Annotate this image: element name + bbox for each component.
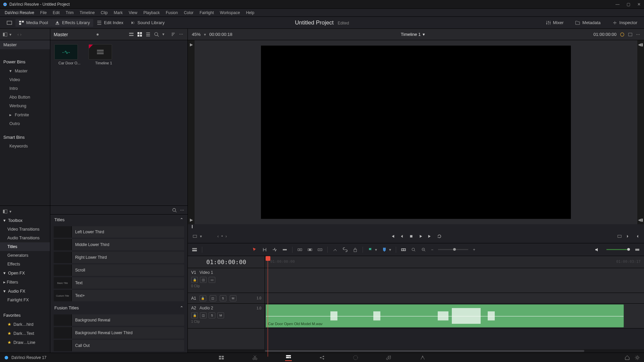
page-deliver[interactable] — [419, 354, 426, 361]
search-dropdown-icon[interactable]: ▾ — [162, 32, 167, 37]
smartbin-keywords[interactable]: Keywords — [0, 142, 50, 150]
match-frame-in-icon[interactable]: ▶ — [188, 42, 195, 47]
track-lock-button[interactable]: 🔒 — [191, 312, 198, 318]
viewer-timeline-name[interactable]: Timeline 1▾ — [401, 32, 425, 37]
bypass-icon[interactable] — [620, 32, 625, 37]
go-in-icon[interactable]: ▶ — [188, 218, 195, 222]
replace-clip-icon[interactable] — [317, 247, 323, 252]
gear-icon[interactable] — [635, 355, 640, 360]
powerbin-video[interactable]: Video — [0, 75, 50, 84]
viewer-scrubber[interactable] — [188, 224, 644, 230]
page-color[interactable] — [352, 354, 359, 361]
maximize-button[interactable]: ▢ — [626, 2, 631, 7]
timeline-tc-display[interactable]: 01:00:00:00 — [188, 256, 265, 268]
mark-out-icon[interactable] — [635, 234, 639, 239]
chevron-down-icon[interactable]: ▾ — [9, 209, 11, 214]
pool-breadcrumb[interactable]: Master — [54, 32, 68, 37]
page-edit[interactable] — [285, 354, 292, 361]
fx-fusion-item[interactable]: Background Reveal Lower Third — [54, 327, 184, 339]
menu-trim[interactable]: Trim — [63, 10, 76, 16]
stop-icon[interactable] — [409, 234, 414, 239]
sort-icon[interactable] — [171, 32, 176, 37]
overlay-dropdown-icon[interactable]: ▾ — [200, 234, 202, 239]
fx-cat-video-transitions[interactable]: Video Transitions — [0, 225, 50, 234]
full-screen-button[interactable] — [3, 19, 15, 27]
link-icon[interactable] — [342, 247, 348, 252]
menu-fusion[interactable]: Fusion — [163, 10, 180, 16]
zoom-full-icon[interactable] — [401, 247, 406, 252]
collapse-icon[interactable]: ⌃ — [180, 217, 183, 222]
menu-playback[interactable]: Playback — [141, 10, 162, 16]
menu-color[interactable]: Color — [181, 10, 196, 16]
lock-icon[interactable] — [353, 247, 358, 252]
viewer-zoom[interactable]: 45% — [192, 32, 201, 37]
volume-slider[interactable] — [606, 249, 630, 250]
go-to-start-icon[interactable] — [390, 234, 395, 239]
list-strip-icon[interactable] — [129, 32, 134, 37]
fx-fav-item[interactable]: ★Dark…hird — [0, 320, 50, 329]
search-icon[interactable] — [154, 32, 159, 37]
timeline-ruler-track[interactable]: 01:00:00:00 01:00:03:17 — [265, 256, 644, 268]
page-fusion[interactable] — [319, 354, 325, 361]
fx-title-item[interactable]: Scroll — [54, 264, 184, 276]
minimize-button[interactable]: — — [615, 2, 620, 7]
timeline-view-options-icon[interactable] — [192, 247, 197, 252]
zoom-detail-icon[interactable] — [411, 247, 416, 252]
powerbin-fortnite[interactable]: ▸Fortnite — [0, 110, 50, 119]
match-frame-out-icon[interactable]: ◀▮ — [637, 42, 644, 47]
go-out-icon[interactable]: ◀▮ — [637, 218, 644, 222]
fx-fusion-titles-header[interactable]: Fusion Titles⌃ — [50, 303, 187, 313]
dim-icon[interactable] — [635, 247, 640, 252]
collapse-icon[interactable]: ⌃ — [180, 305, 183, 310]
fx-audiofx-header[interactable]: ▾Audio FX — [0, 287, 50, 296]
powerbin-werbung[interactable]: Werbung — [0, 102, 50, 110]
menu-workspace[interactable]: Workspace — [217, 10, 243, 16]
fx-title-item[interactable]: Right Lower Third — [54, 252, 184, 263]
close-button[interactable]: ✕ — [637, 2, 641, 7]
selection-tool-icon[interactable] — [252, 247, 257, 252]
fx-title-item[interactable]: Left Lower Third — [54, 226, 184, 238]
page-cut[interactable] — [252, 354, 258, 361]
fx-title-item[interactable]: Custom TitleText+ — [54, 290, 184, 301]
marker-dropdown-icon[interactable]: ▾ — [389, 247, 391, 252]
home-icon[interactable] — [625, 355, 630, 360]
fx-sidebar-toggle-icon[interactable] — [3, 209, 7, 214]
clip-item[interactable]: Timeline 1 — [89, 44, 119, 65]
fx-titles-header[interactable]: Titles⌃ — [50, 215, 187, 225]
track-auto-select-button[interactable]: ◫ — [200, 277, 207, 283]
lane-a2[interactable]: Car Door Open Old Model M.wav — [265, 304, 644, 328]
lane-v1[interactable] — [265, 268, 644, 293]
powerbin-master[interactable]: ▾Master — [0, 66, 50, 75]
track-lock-button[interactable]: 🔒 — [200, 295, 206, 301]
track-disable-button[interactable]: ▭ — [209, 277, 215, 283]
audio-clip[interactable]: Car Door Open Old Model M.wav — [266, 304, 624, 327]
pool-options-icon[interactable]: ⋯ — [179, 32, 184, 37]
current-edit-icon[interactable]: • — [221, 234, 223, 239]
track-solo-button[interactable]: S — [209, 312, 215, 318]
metadata-toggle[interactable]: Metadata — [572, 19, 604, 27]
menu-timeline[interactable]: Timeline — [77, 10, 97, 16]
mark-in-icon[interactable] — [626, 234, 631, 239]
fx-fusion-item[interactable]: Call Out — [54, 340, 184, 351]
menu-file[interactable]: File — [38, 10, 49, 16]
sound-library-toggle[interactable]: Sound Library — [127, 19, 168, 27]
bin-master[interactable]: Master — [0, 40, 50, 49]
nav-fwd-icon[interactable]: › — [20, 32, 21, 37]
menu-mark[interactable]: Mark — [111, 10, 125, 16]
fx-cat-generators[interactable]: Generators — [0, 251, 50, 260]
play-icon[interactable] — [418, 234, 423, 239]
search-icon[interactable] — [172, 208, 177, 213]
step-back-icon[interactable] — [399, 234, 404, 239]
track-header-a2[interactable]: A2Audio 21.0 🔒 ◫ S M 1 Clip — [188, 304, 265, 328]
power-bins-header[interactable]: Power Bins — [0, 56, 50, 66]
page-fairlight[interactable] — [386, 354, 392, 361]
fx-cat-audio-transitions[interactable]: Audio Transitions — [0, 234, 50, 242]
fx-options-icon[interactable]: ⋯ — [180, 208, 184, 213]
track-auto-select-button[interactable]: ◫ — [200, 312, 207, 318]
overlay-mode-icon[interactable] — [193, 234, 197, 239]
overwrite-clip-icon[interactable] — [307, 247, 313, 252]
menu-clip[interactable]: Clip — [98, 10, 110, 16]
nav-back-icon[interactable]: ‹ — [17, 32, 19, 37]
track-mute-button[interactable]: M — [217, 312, 224, 318]
prev-edit-icon[interactable]: ‹ — [217, 234, 219, 239]
